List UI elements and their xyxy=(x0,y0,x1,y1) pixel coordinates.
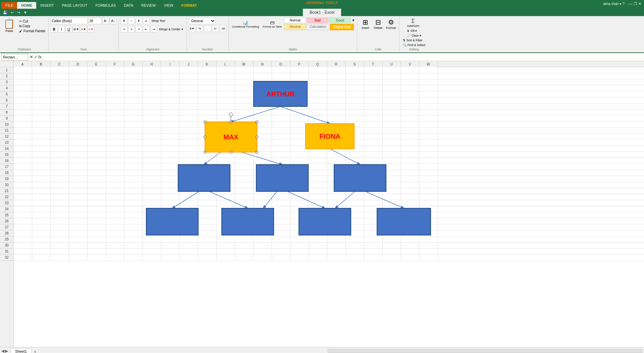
cell-R30[interactable] xyxy=(327,242,346,249)
cell-A17[interactable] xyxy=(14,164,32,170)
style-calculation[interactable]: Calculation xyxy=(307,24,329,30)
cell-M19[interactable] xyxy=(235,176,254,182)
cell-M30[interactable] xyxy=(235,242,254,249)
cell-F12[interactable] xyxy=(106,134,124,140)
cell-C1[interactable] xyxy=(51,67,69,73)
cell-L4[interactable] xyxy=(217,85,235,91)
cell-U1[interactable] xyxy=(383,67,401,73)
cell-F24[interactable] xyxy=(106,206,124,212)
cell-B7[interactable] xyxy=(32,103,51,109)
cell-H6[interactable] xyxy=(143,97,161,103)
cell-I9[interactable] xyxy=(161,116,180,122)
cell-E9[interactable] xyxy=(88,116,106,122)
cell-C8[interactable] xyxy=(51,109,69,116)
cell-L25[interactable] xyxy=(217,212,235,218)
cell-Q23[interactable] xyxy=(309,200,327,206)
cell-R4[interactable] xyxy=(327,85,346,91)
cell-G29[interactable] xyxy=(124,236,143,242)
cell-A5[interactable] xyxy=(14,91,32,97)
cell-V24[interactable] xyxy=(401,206,420,212)
cell-B6[interactable] xyxy=(32,97,51,103)
cell-E13[interactable] xyxy=(88,140,106,146)
cell-W3[interactable] xyxy=(420,79,438,85)
cell-H21[interactable] xyxy=(143,188,161,194)
comma-btn[interactable]: , xyxy=(204,25,211,32)
cell-W17[interactable] xyxy=(420,164,438,170)
cell-P18[interactable] xyxy=(290,170,309,176)
fill-button[interactable]: ⬇ Fill ▾ xyxy=(406,29,423,33)
cell-M22[interactable] xyxy=(235,194,254,200)
cell-G18[interactable] xyxy=(124,170,143,176)
cell-H26[interactable] xyxy=(143,218,161,224)
cell-A14[interactable] xyxy=(14,146,32,152)
cell-O19[interactable] xyxy=(272,176,290,182)
merge-dropdown-icon[interactable]: ▾ xyxy=(181,28,183,31)
col-header-C[interactable]: C xyxy=(50,61,69,67)
cell-Q22[interactable] xyxy=(309,194,327,200)
cell-S28[interactable] xyxy=(346,230,364,236)
cell-H25[interactable] xyxy=(143,212,161,218)
cell-A26[interactable] xyxy=(14,218,32,224)
cell-E19[interactable] xyxy=(88,176,106,182)
row-header-1[interactable]: 1 xyxy=(0,67,13,73)
minimize-btn[interactable]: — xyxy=(629,2,632,6)
cell-Q30[interactable] xyxy=(309,242,327,249)
cell-J4[interactable] xyxy=(180,85,198,91)
row-header-3[interactable]: 3 xyxy=(0,79,13,85)
cell-K30[interactable] xyxy=(198,242,217,249)
row-header-21[interactable]: 21 xyxy=(0,188,13,194)
cell-R5[interactable] xyxy=(327,91,346,97)
cell-O6[interactable] xyxy=(272,97,290,103)
cell-E30[interactable] xyxy=(88,242,106,249)
row-header-22[interactable]: 22 xyxy=(0,194,13,200)
redo-btn[interactable]: ↪ xyxy=(16,10,21,15)
cell-F3[interactable] xyxy=(106,79,124,85)
cell-L3[interactable] xyxy=(217,79,235,85)
cell-D21[interactable] xyxy=(69,188,88,194)
cell-R24[interactable] xyxy=(327,206,346,212)
row-header-25[interactable]: 25 xyxy=(0,212,13,218)
cell-A22[interactable] xyxy=(14,194,32,200)
cell-Q29[interactable] xyxy=(309,236,327,242)
cell-O24[interactable] xyxy=(272,206,290,212)
cell-U29[interactable] xyxy=(383,236,401,242)
cell-S5[interactable] xyxy=(346,91,364,97)
cell-J8[interactable] xyxy=(180,109,198,116)
cell-I4[interactable] xyxy=(161,85,180,91)
cell-M13[interactable] xyxy=(235,140,254,146)
cell-V27[interactable] xyxy=(401,224,420,230)
cell-L20[interactable] xyxy=(217,182,235,188)
cell-V19[interactable] xyxy=(401,176,420,182)
cell-Q5[interactable] xyxy=(309,91,327,97)
cell-B19[interactable] xyxy=(32,176,51,182)
cell-N26[interactable] xyxy=(254,218,272,224)
cell-E24[interactable] xyxy=(88,206,106,212)
cell-D18[interactable] xyxy=(69,170,88,176)
cell-S32[interactable] xyxy=(346,255,364,261)
cell-Q10[interactable] xyxy=(309,122,327,128)
cell-L17[interactable] xyxy=(217,164,235,170)
cell-V28[interactable] xyxy=(401,230,420,236)
cell-V13[interactable] xyxy=(401,140,420,146)
cell-L19[interactable] xyxy=(217,176,235,182)
cell-S7[interactable] xyxy=(346,103,364,109)
cell-A15[interactable] xyxy=(14,152,32,158)
cell-T26[interactable] xyxy=(364,218,383,224)
cell-I13[interactable] xyxy=(161,140,180,146)
cell-S9[interactable] xyxy=(346,116,364,122)
cell-B27[interactable] xyxy=(32,224,51,230)
cell-J24[interactable] xyxy=(180,206,198,212)
cell-G24[interactable] xyxy=(124,206,143,212)
cell-C24[interactable] xyxy=(51,206,69,212)
col-header-D[interactable]: D xyxy=(69,61,87,67)
cell-W20[interactable] xyxy=(420,182,438,188)
cell-O11[interactable] xyxy=(272,128,290,134)
cell-S26[interactable] xyxy=(346,218,364,224)
row-header-14[interactable]: 14 xyxy=(0,146,13,152)
cell-N28[interactable] xyxy=(254,230,272,236)
cell-C30[interactable] xyxy=(51,242,69,249)
cell-K29[interactable] xyxy=(198,236,217,242)
cell-T8[interactable] xyxy=(364,109,383,116)
cell-D11[interactable] xyxy=(69,128,88,134)
cell-G9[interactable] xyxy=(124,116,143,122)
